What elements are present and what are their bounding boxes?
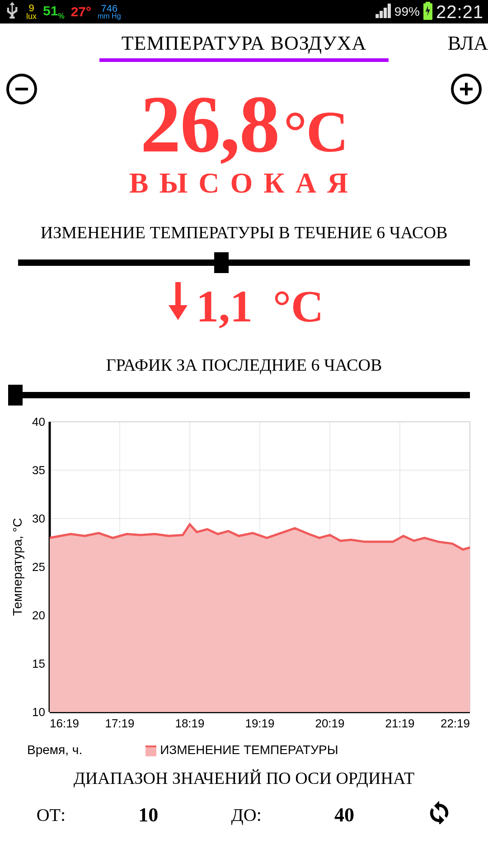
- change-slider[interactable]: [18, 249, 470, 276]
- chart-legend-row: Время, ч. ИЗМЕНЕНИЕ ТЕМПЕРАТУРЫ: [27, 743, 461, 757]
- svg-text:18:19: 18:19: [175, 717, 204, 730]
- status-bar: 9 lux 51% 27° 746 mm Hg 99% 22:21: [0, 0, 488, 24]
- usb-icon: [5, 2, 20, 22]
- svg-text:20:19: 20:19: [315, 717, 344, 730]
- svg-text:17:19: 17:19: [105, 717, 134, 730]
- tab-underline: [99, 58, 389, 62]
- lux-unit: lux: [26, 13, 37, 20]
- svg-text:25: 25: [32, 560, 45, 574]
- range-from-label: ОТ:: [37, 804, 66, 826]
- range-from-value[interactable]: 10: [138, 803, 158, 826]
- main-temperature: 26,8°C: [0, 77, 488, 171]
- svg-text:20: 20: [32, 609, 45, 622]
- temperature-delta: 1,1 °C: [0, 280, 488, 332]
- svg-rect-1: [426, 2, 430, 4]
- delta-value: 1,1: [196, 280, 253, 332]
- svg-text:30: 30: [32, 512, 45, 525]
- chart-section-title: ГРАФИК ЗА ПОСЛЕДНИЕ 6 ЧАСОВ: [0, 355, 488, 375]
- svg-text:22:19: 22:19: [441, 717, 470, 730]
- delta-unit: °C: [273, 280, 324, 332]
- lux-indicator: 9 lux: [26, 4, 37, 20]
- chart-legend: ИЗМЕНЕНИЕ ТЕМПЕРАТУРЫ: [145, 743, 338, 757]
- plus-button[interactable]: [451, 74, 482, 104]
- tab-temperature[interactable]: ТЕМПЕРАТУРА ВОЗДУХА: [0, 32, 488, 58]
- temperature-rating: ВЫСОКАЯ: [0, 166, 488, 200]
- minus-button[interactable]: [6, 74, 37, 104]
- tab-humidity-partial[interactable]: ВЛА: [448, 32, 488, 55]
- clock: 22:21: [436, 2, 483, 22]
- svg-rect-4: [465, 83, 468, 95]
- reload-button[interactable]: [427, 800, 451, 830]
- battery-percent: 99%: [394, 5, 420, 19]
- chart-slider-thumb[interactable]: [8, 385, 23, 406]
- main-temperature-value: 26,8: [141, 79, 279, 169]
- svg-text:19:19: 19:19: [245, 717, 274, 730]
- svg-text:10: 10: [32, 705, 45, 719]
- main-temperature-unit: °C: [284, 99, 348, 164]
- legend-swatch-icon: [145, 745, 156, 756]
- temp-indicator: 27°: [71, 4, 91, 19]
- arrow-down-icon: [164, 280, 192, 332]
- range-to-label: ДО:: [231, 804, 262, 826]
- svg-text:16:19: 16:19: [50, 717, 79, 730]
- tabs: ТЕМПЕРАТУРА ВОЗДУХА ВЛА: [0, 32, 488, 62]
- svg-text:15: 15: [32, 657, 45, 670]
- range-row: ОТ: 10 ДО: 40: [0, 800, 488, 830]
- range-title: ДИАПАЗОН ЗНАЧЕНИЙ ПО ОСИ ОРДИНАТ: [0, 768, 488, 788]
- svg-text:21:19: 21:19: [385, 717, 414, 730]
- chart-xlabel: Время, ч.: [27, 743, 82, 757]
- change-section-title: ИЗМЕНЕНИЕ ТЕМПЕРАТУРЫ В ТЕЧЕНИЕ 6 ЧАСОВ: [0, 222, 488, 242]
- pressure-indicator: 746 mm Hg: [98, 4, 121, 19]
- battery-charging-icon: [422, 2, 433, 22]
- change-slider-thumb[interactable]: [214, 252, 229, 273]
- signal-icon: [375, 4, 392, 20]
- svg-text:35: 35: [32, 463, 45, 477]
- humidity-indicator: 51%: [43, 3, 65, 20]
- svg-text:Температура, °C: Температура, °C: [13, 518, 24, 616]
- range-to-value[interactable]: 40: [334, 803, 354, 826]
- temperature-chart: 1015202530354016:1917:1918:1919:1920:192…: [13, 414, 475, 736]
- chart-slider[interactable]: [8, 381, 470, 408]
- svg-rect-2: [15, 88, 28, 90]
- svg-text:40: 40: [32, 415, 45, 429]
